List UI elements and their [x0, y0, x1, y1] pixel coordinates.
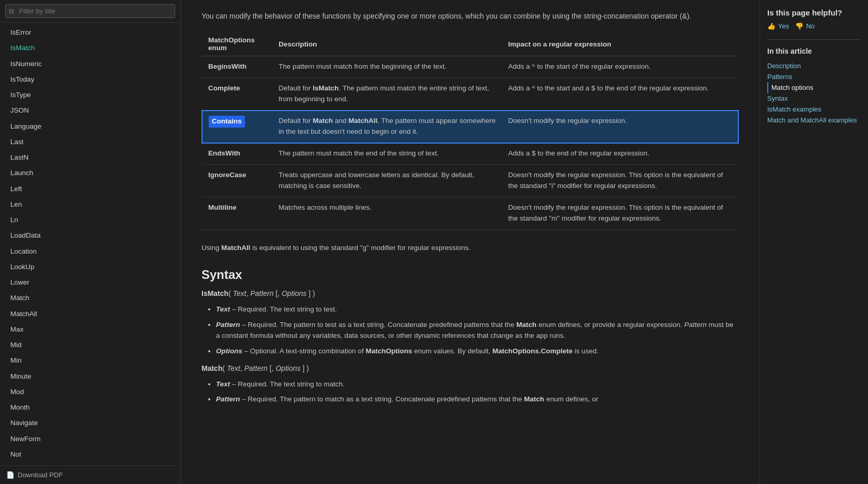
page-intro: You can modify the behavior of these fun…	[202, 10, 739, 22]
pattern-label-1: Pattern	[216, 321, 240, 329]
matchoptions-bold-1: MatchOptions	[366, 347, 412, 355]
yes-button[interactable]: 👍 Yes	[767, 22, 789, 30]
pattern-param-1: Pattern – Required. The pattern to test …	[216, 319, 739, 341]
sidebar-item-istoday[interactable]: IsToday	[0, 72, 180, 87]
ismatch-fn-name: IsMatch	[202, 289, 228, 298]
sidebar-item-newform[interactable]: NewForm	[0, 431, 180, 447]
col-header-desc: Description	[272, 32, 502, 56]
text-param-2: Text – Required. The text string to matc…	[216, 379, 739, 390]
matchoptions-complete-bold: MatchOptions.Complete	[492, 347, 572, 355]
sidebar-item-navigate[interactable]: Navigate	[0, 415, 180, 431]
cell-description: The pattern must match the end of the st…	[272, 143, 502, 165]
sidebar-item-last[interactable]: Last	[0, 134, 180, 150]
toc-item-description[interactable]: Description	[767, 60, 861, 71]
col-header-impact: Impact on a regular expression	[502, 32, 738, 56]
helpful-title: Is this page helpful?	[767, 8, 861, 17]
cell-description: The pattern must match from the beginnin…	[272, 56, 502, 78]
yes-label: Yes	[778, 22, 789, 30]
sidebar-item-mid[interactable]: Mid	[0, 337, 180, 353]
cell-impact: Adds a ^ to the start and a $ to the end…	[502, 78, 738, 111]
sidebar-item-mod[interactable]: Mod	[0, 384, 180, 400]
pattern-italic-1: Pattern	[684, 321, 707, 329]
option-name: IgnoreCase	[208, 171, 246, 179]
option-name: Contains	[209, 116, 245, 128]
filter-icon: ⊟	[9, 8, 14, 15]
match-bold-2: Match	[524, 395, 544, 403]
sidebar-item-lastn[interactable]: LastN	[0, 150, 180, 165]
cell-name: BeginsWith	[202, 56, 272, 78]
toc-item-syntax[interactable]: Syntax	[767, 93, 861, 104]
text-param-1: Text – Required. The text string to test…	[216, 304, 739, 315]
sidebar-item-min[interactable]: Min	[0, 353, 180, 368]
sidebar-item-lower[interactable]: Lower	[0, 275, 180, 290]
matchall-note: Using MatchAll is equivalent to using th…	[202, 242, 739, 254]
toc-item-match-options[interactable]: Match options	[767, 82, 861, 93]
sidebar-item-language[interactable]: Language	[0, 119, 180, 134]
sidebar-item-match[interactable]: Match	[0, 290, 180, 306]
cell-impact: Doesn't modify the regular expression.	[502, 111, 738, 143]
sidebar-item-ln[interactable]: Ln	[0, 212, 180, 228]
sidebar-item-isnumeric[interactable]: IsNumeric	[0, 56, 180, 72]
sidebar-item-minute[interactable]: Minute	[0, 369, 180, 384]
toc-item-ismatch-examples[interactable]: IsMatch examples	[767, 104, 861, 115]
download-pdf-button[interactable]: 📄 Download PDF	[0, 465, 180, 484]
cell-name: IgnoreCase	[202, 164, 272, 197]
option-name: BeginsWith	[208, 63, 246, 70]
sidebar-item-matchall[interactable]: MatchAll	[0, 306, 180, 322]
sidebar-item-max[interactable]: Max	[0, 322, 180, 337]
toc-item-match-and-matchall-examples[interactable]: Match and MatchAll examples	[767, 115, 861, 126]
cell-name: Multiline	[202, 197, 272, 229]
no-button[interactable]: 👎 No	[795, 22, 815, 30]
sidebar-item-len[interactable]: Len	[0, 197, 180, 212]
option-name: Multiline	[208, 204, 237, 211]
toc-item-patterns[interactable]: Patterns	[767, 71, 861, 82]
sidebar-item-left[interactable]: Left	[0, 181, 180, 197]
ismatch-signature: IsMatch( Text, Pattern [, Options ] )	[202, 289, 739, 298]
sidebar-item-json[interactable]: JSON	[0, 103, 180, 118]
col-header-enum: MatchOptions enum	[202, 32, 272, 56]
options-table: MatchOptions enum Description Impact on …	[202, 32, 739, 229]
sidebar-item-location[interactable]: Location	[0, 244, 180, 259]
sidebar-item-not[interactable]: Not	[0, 447, 180, 462]
syntax-heading: Syntax	[202, 268, 739, 282]
ismatch-params-list: Text – Required. The text string to test…	[202, 304, 739, 356]
cell-impact: Doesn't modify the regular expression. T…	[502, 164, 738, 197]
cell-impact: Adds a ^ to the start of the regular exp…	[502, 56, 738, 78]
sidebar-item-lookup[interactable]: LookUp	[0, 259, 180, 275]
match-signature: Match( Text, Pattern [, Options ] )	[202, 364, 739, 372]
table-row: EndsWithThe pattern must match the end o…	[202, 143, 738, 165]
table-row: CompleteDefault for IsMatch. The pattern…	[202, 78, 738, 111]
sidebar-item-iserror[interactable]: IsError	[0, 25, 180, 40]
match-bold-1: Match	[516, 321, 536, 329]
option-name: Complete	[208, 84, 240, 92]
table-row: IgnoreCaseTreats uppercase and lowercase…	[202, 164, 738, 197]
option-name: EndsWith	[208, 149, 240, 157]
right-panel: Is this page helpful? 👍 Yes 👎 No In this…	[760, 0, 868, 484]
cell-name: Complete	[202, 78, 272, 111]
pdf-icon: 📄	[6, 471, 14, 479]
helpful-buttons: 👍 Yes 👎 No	[767, 22, 861, 30]
sidebar-item-month[interactable]: Month	[0, 400, 180, 415]
cell-description: Default for IsMatch. The pattern must ma…	[272, 78, 502, 111]
thumbs-up-icon: 👍	[767, 22, 776, 30]
table-row: ContainsDefault for Match and MatchAll. …	[202, 111, 738, 143]
main-content: You can modify the behavior of these fun…	[181, 0, 760, 484]
pattern-label-2: Pattern	[216, 395, 240, 403]
ismatch-params: ( Text, Pattern [, Options ] )	[228, 289, 315, 298]
options-label-1: Options	[216, 347, 242, 355]
sidebar-item-loaddata[interactable]: LoadData	[0, 228, 180, 243]
toc-list: DescriptionPatternsMatch optionsSyntaxIs…	[767, 60, 861, 126]
thumbs-down-icon: 👎	[795, 22, 803, 30]
cell-impact: Doesn't modify the regular expression. T…	[502, 197, 738, 229]
text-label-1: Text	[216, 305, 230, 313]
match-fn-name: Match	[202, 364, 222, 372]
matchall-bold: MatchAll	[221, 244, 250, 252]
no-label: No	[806, 22, 815, 30]
sidebar: ⊟ IsErrorIsMatchIsNumericIsTodayIsTypeJS…	[0, 0, 181, 484]
options-param-1: Options – Optional. A text-string combin…	[216, 346, 739, 357]
sidebar-item-ismatch[interactable]: IsMatch	[0, 40, 180, 56]
sidebar-item-launch[interactable]: Launch	[0, 165, 180, 181]
cell-description: Matches across multiple lines.	[272, 197, 502, 229]
sidebar-item-istype[interactable]: IsType	[0, 87, 180, 103]
filter-input[interactable]	[5, 4, 175, 18]
